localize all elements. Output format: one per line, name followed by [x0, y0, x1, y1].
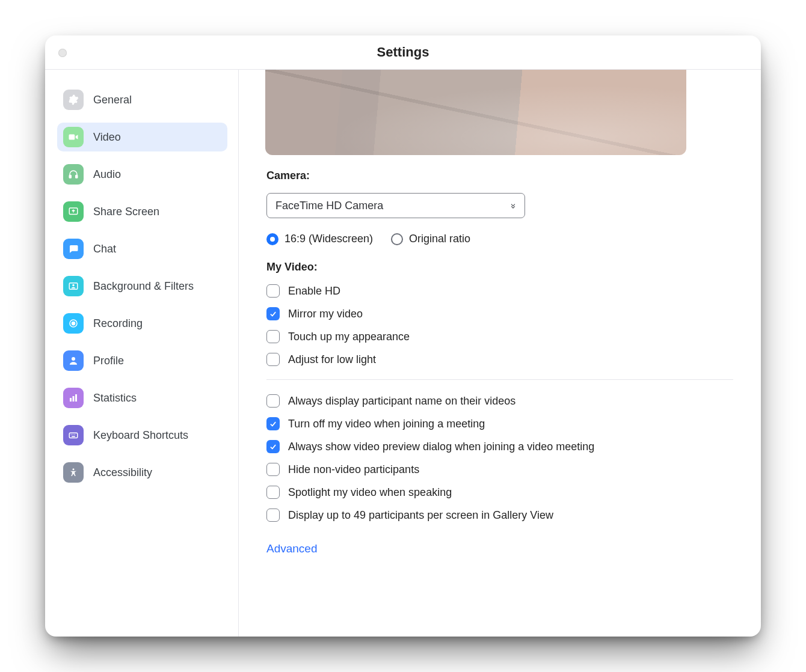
- sidebar-item-label: General: [93, 94, 132, 106]
- sidebar-item-label: Profile: [93, 355, 124, 367]
- sidebar-item-label: Share Screen: [93, 206, 159, 218]
- option-mirror[interactable]: Mirror my video: [266, 307, 733, 320]
- camera-dropdown-value: FaceTime HD Camera: [275, 200, 383, 212]
- svg-point-5: [72, 284, 74, 286]
- sidebar-item-label: Accessibility: [93, 466, 152, 479]
- sidebar-item-label: Recording: [93, 317, 143, 330]
- gear-icon: [63, 90, 84, 110]
- checkbox: [266, 284, 280, 298]
- option-label: Display up to 49 participants per screen…: [288, 509, 553, 522]
- sidebar-item-bgfilters[interactable]: Background & Filters: [57, 272, 227, 301]
- option-hide_non_video[interactable]: Hide non-video participants: [266, 463, 733, 476]
- option-label: Mirror my video: [288, 308, 363, 320]
- svg-rect-2: [76, 176, 78, 179]
- sidebar-item-label: Background & Filters: [93, 280, 194, 293]
- radio-indicator: [391, 233, 403, 245]
- svg-point-13: [73, 468, 75, 470]
- option-label: Turn off my video when joining a meeting: [288, 418, 485, 430]
- sidebar-item-label: Keyboard Shortcuts: [93, 429, 188, 442]
- svg-rect-1: [69, 176, 71, 179]
- camera-preview: [265, 70, 686, 155]
- camera-dropdown[interactable]: FaceTime HD Camera: [266, 193, 525, 218]
- svg-point-7: [72, 322, 75, 325]
- advanced-link[interactable]: Advanced: [266, 542, 318, 555]
- sidebar-item-label: Statistics: [93, 392, 137, 405]
- checkbox: [266, 394, 280, 408]
- checkbox: [266, 307, 280, 320]
- svg-rect-9: [70, 398, 72, 402]
- checkbox: [266, 486, 280, 499]
- sidebar-item-recording[interactable]: Recording: [57, 309, 227, 338]
- window-title: Settings: [377, 44, 429, 60]
- option-label: Adjust for low light: [288, 353, 376, 366]
- option-label: Touch up my appearance: [288, 331, 410, 343]
- headphones-icon: [63, 164, 84, 185]
- accessibility-icon: [63, 462, 84, 483]
- stage: Settings GeneralVideoAudioShare ScreenCh…: [0, 0, 806, 672]
- option-label: Always display participant name on their…: [288, 395, 515, 408]
- sidebar-item-chat[interactable]: Chat: [57, 234, 227, 263]
- window-control-close[interactable]: [58, 49, 67, 57]
- check-icon: [269, 420, 277, 428]
- option-low_light[interactable]: Adjust for low light: [266, 353, 733, 366]
- radio-label: Original ratio: [409, 233, 470, 245]
- radio-label: 16:9 (Widescreen): [285, 233, 373, 245]
- option-label: Hide non-video participants: [288, 463, 419, 476]
- settings-main-panel: Camera: FaceTime HD Camera 16:9 (Widescr…: [239, 70, 761, 637]
- checkbox: [266, 463, 280, 476]
- svg-rect-10: [73, 396, 75, 402]
- sidebar-item-profile[interactable]: Profile: [57, 346, 227, 375]
- profile-icon: [63, 350, 84, 371]
- aspect-ratio-row: 16:9 (Widescreen)Original ratio: [266, 233, 733, 245]
- sidebar-item-label: Chat: [93, 243, 116, 255]
- checkbox: [266, 330, 280, 343]
- option-turn_off_on_join[interactable]: Turn off my video when joining a meeting: [266, 417, 733, 430]
- sidebar-item-audio[interactable]: Audio: [57, 160, 227, 189]
- window-body: GeneralVideoAudioShare ScreenChatBackgro…: [45, 70, 761, 637]
- checkbox: [266, 509, 280, 522]
- option-gallery_49[interactable]: Display up to 49 participants per screen…: [266, 509, 733, 522]
- svg-rect-12: [69, 433, 78, 438]
- option-enable_hd[interactable]: Enable HD: [266, 284, 733, 298]
- sidebar-item-label: Audio: [93, 168, 121, 181]
- settings-sidebar: GeneralVideoAudioShare ScreenChatBackgro…: [45, 70, 239, 637]
- sidebar-item-video[interactable]: Video: [57, 123, 227, 151]
- sidebar-item-label: Video: [93, 131, 121, 144]
- bar-chart-icon: [63, 388, 84, 408]
- check-icon: [269, 310, 277, 318]
- camera-section-label: Camera:: [266, 170, 733, 182]
- sidebar-item-statistics[interactable]: Statistics: [57, 383, 227, 412]
- svg-rect-11: [75, 394, 77, 402]
- meeting-options: Always display participant name on their…: [266, 394, 733, 522]
- sidebar-item-general[interactable]: General: [57, 85, 227, 114]
- option-label: Spotlight my video when speaking: [288, 486, 452, 499]
- keyboard-icon: [63, 425, 84, 445]
- sidebar-item-share[interactable]: Share Screen: [57, 197, 227, 226]
- option-touch_up[interactable]: Touch up my appearance: [266, 330, 733, 343]
- sidebar-item-shortcuts[interactable]: Keyboard Shortcuts: [57, 421, 227, 450]
- chevron-down-icon: [509, 201, 517, 210]
- share-icon: [63, 201, 84, 222]
- option-display_names[interactable]: Always display participant name on their…: [266, 394, 733, 408]
- sidebar-item-accessibility[interactable]: Accessibility: [57, 458, 227, 487]
- section-divider: [266, 379, 733, 380]
- aspect-ratio-original[interactable]: Original ratio: [391, 233, 470, 245]
- titlebar: Settings: [45, 35, 761, 70]
- chat-icon: [63, 239, 84, 259]
- checkbox: [266, 417, 280, 430]
- settings-window: Settings GeneralVideoAudioShare ScreenCh…: [45, 35, 761, 637]
- my-video-options: Enable HDMirror my videoTouch up my appe…: [266, 284, 733, 366]
- radio-indicator: [266, 233, 278, 245]
- checkbox: [266, 440, 280, 453]
- option-label: Enable HD: [288, 285, 340, 298]
- record-icon: [63, 313, 84, 334]
- option-label: Always show video preview dialog when jo…: [288, 441, 594, 453]
- option-show_preview[interactable]: Always show video preview dialog when jo…: [266, 440, 733, 453]
- person-card-icon: [63, 276, 84, 296]
- svg-point-8: [72, 357, 75, 361]
- svg-rect-0: [69, 135, 75, 140]
- check-icon: [269, 442, 277, 451]
- option-spotlight[interactable]: Spotlight my video when speaking: [266, 486, 733, 499]
- video-icon: [63, 127, 84, 147]
- aspect-ratio-widescreen[interactable]: 16:9 (Widescreen): [266, 233, 373, 245]
